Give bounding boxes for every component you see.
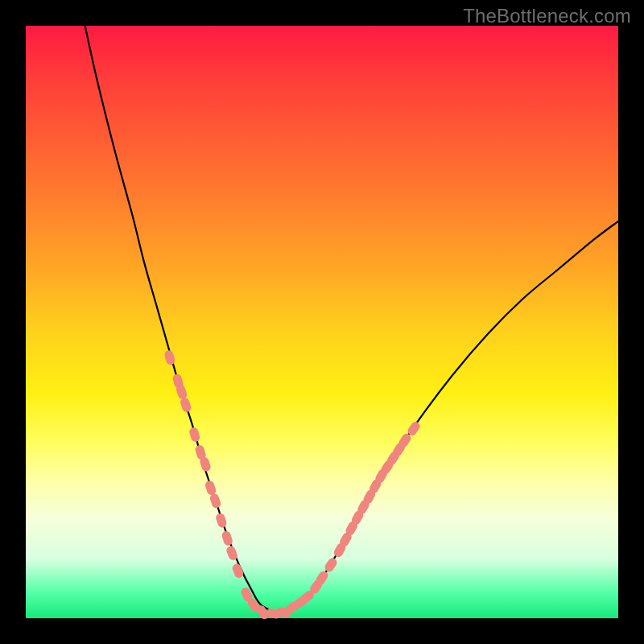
curve-marker (180, 397, 192, 414)
curve-marker (204, 480, 217, 497)
curve-marker (188, 427, 201, 443)
curve-marker (215, 512, 228, 529)
curve-marker (163, 349, 176, 365)
curve-marker (221, 530, 233, 547)
chart-frame: TheBottleneck.com (0, 0, 644, 644)
curve-markers (163, 349, 422, 621)
curve-marker (323, 556, 338, 573)
curve-marker (208, 493, 221, 510)
curve-layer (26, 26, 618, 618)
curve-marker (231, 563, 245, 580)
watermark-text: TheBottleneck.com (463, 5, 631, 27)
